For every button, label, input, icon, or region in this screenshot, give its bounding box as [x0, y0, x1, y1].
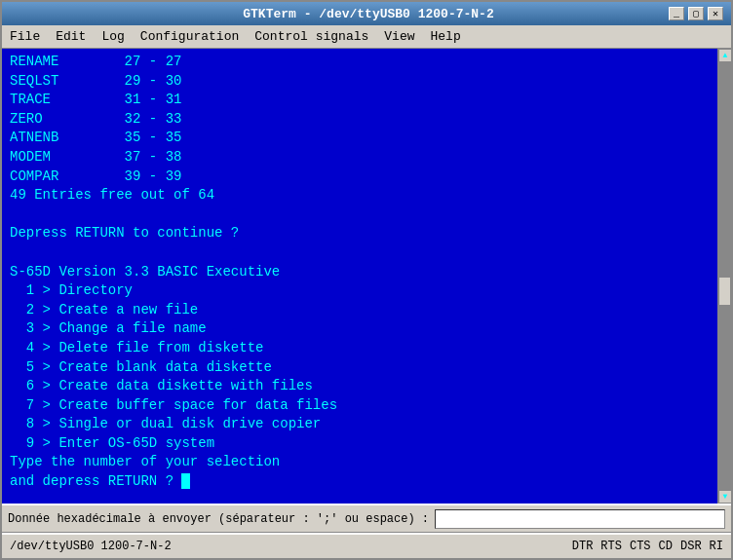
close-button[interactable]: ✕: [708, 7, 723, 20]
window-controls: _ ▢ ✕: [669, 7, 723, 20]
window-title: GTKTerm - /dev/ttyUSB0 1200-7-N-2: [243, 7, 493, 21]
menu-file[interactable]: File: [2, 27, 48, 46]
text-cursor: [181, 473, 190, 489]
hex-input-bar: Donnée hexadécimale à envoyer (séparateu…: [2, 504, 731, 533]
scrollbar-thumb[interactable]: [718, 277, 731, 306]
scroll-up-button[interactable]: ▲: [718, 49, 731, 62]
led-cd: CD: [659, 540, 673, 553]
minimize-button[interactable]: _: [669, 7, 684, 20]
hex-label: Donnée hexadécimale à envoyer (séparateu…: [8, 512, 429, 526]
status-bar: /dev/ttyUSB0 1200-7-N-2 DTRRTSCTSCDDSRRI: [2, 533, 731, 558]
menu-configuration[interactable]: Configuration: [133, 27, 247, 46]
hex-input[interactable]: [435, 509, 725, 529]
terminal-area[interactable]: RENAME 27 - 27 SEQLST 29 - 30 TRACE 31 -…: [2, 49, 731, 504]
menubar: File Edit Log Configuration Control sign…: [2, 25, 731, 49]
main-window: GTKTerm - /dev/ttyUSB0 1200-7-N-2 _ ▢ ✕ …: [0, 0, 733, 560]
led-dsr: DSR: [680, 540, 702, 553]
scrollbar[interactable]: ▲ ▼: [717, 49, 731, 504]
led-ri: RI: [710, 540, 723, 553]
maximize-button[interactable]: ▢: [688, 7, 704, 20]
led-indicators: DTRRTSCTSCDDSRRI: [572, 540, 723, 553]
scroll-down-button[interactable]: ▼: [718, 490, 731, 504]
menu-view[interactable]: View: [376, 27, 422, 46]
led-dtr: DTR: [572, 540, 594, 553]
menu-help[interactable]: Help: [423, 27, 469, 46]
menu-control-signals[interactable]: Control signals: [247, 27, 376, 46]
led-cts: CTS: [630, 540, 651, 553]
led-rts: RTS: [600, 540, 622, 553]
scrollbar-track[interactable]: [718, 62, 731, 490]
menu-edit[interactable]: Edit: [48, 27, 94, 46]
menu-log[interactable]: Log: [94, 27, 132, 46]
title-bar: GTKTerm - /dev/ttyUSB0 1200-7-N-2 _ ▢ ✕: [2, 2, 731, 25]
device-info: /dev/ttyUSB0 1200-7-N-2: [10, 540, 172, 553]
terminal-content: RENAME 27 - 27 SEQLST 29 - 30 TRACE 31 -…: [10, 53, 723, 492]
